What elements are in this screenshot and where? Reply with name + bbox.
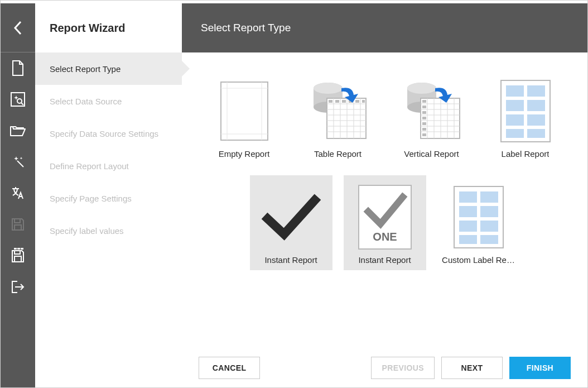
open-report-button[interactable] xyxy=(1,115,35,146)
step-label: Specify Page Settings xyxy=(50,194,132,203)
svg-rect-72 xyxy=(527,129,545,138)
report-type-custom-label[interactable]: Custom Label Re… xyxy=(437,175,520,270)
svg-rect-60 xyxy=(422,117,426,119)
svg-rect-77 xyxy=(480,191,498,203)
exit-icon xyxy=(11,280,25,294)
svg-rect-37 xyxy=(342,100,346,103)
svg-rect-65 xyxy=(506,85,524,97)
wizard-title: Report Wizard xyxy=(50,22,125,35)
exit-button[interactable] xyxy=(1,271,35,303)
folder-open-icon xyxy=(10,124,26,137)
save-button-disabled xyxy=(1,209,35,240)
vertical-report-icon xyxy=(402,79,462,143)
svg-rect-82 xyxy=(459,235,477,244)
cancel-button[interactable]: CANCEL xyxy=(199,357,260,379)
svg-rect-40 xyxy=(362,100,365,103)
chevron-left-icon xyxy=(13,21,22,35)
sparkle-search-icon xyxy=(11,92,25,107)
translate-icon xyxy=(11,186,25,200)
card-label: Custom Label Re… xyxy=(442,255,515,265)
step-specify-label-values: Specify label values xyxy=(35,214,182,247)
svg-rect-63 xyxy=(422,133,426,136)
svg-point-44 xyxy=(407,83,436,94)
step-specify-page-settings: Specify Page Settings xyxy=(35,182,182,214)
left-rail xyxy=(1,3,35,387)
svg-rect-71 xyxy=(506,129,524,138)
back-button[interactable] xyxy=(1,3,35,52)
svg-rect-79 xyxy=(480,206,498,217)
svg-rect-36 xyxy=(335,100,339,103)
svg-rect-8 xyxy=(15,251,20,254)
svg-rect-81 xyxy=(480,221,498,232)
wizard-sidebar: Report Wizard Select Report Type Select … xyxy=(35,3,182,387)
svg-rect-67 xyxy=(506,100,524,111)
svg-rect-57 xyxy=(422,100,426,103)
svg-rect-7 xyxy=(15,225,21,230)
design-wizard-button[interactable] xyxy=(1,146,35,178)
report-type-empty[interactable]: Empty Report xyxy=(203,69,286,164)
svg-point-22 xyxy=(314,83,343,94)
step-select-data-source: Select Data Source xyxy=(35,85,182,117)
card-label: Empty Report xyxy=(219,149,270,159)
step-label: Define Report Layout xyxy=(50,161,129,171)
svg-rect-12 xyxy=(21,248,23,250)
svg-rect-10 xyxy=(14,248,17,250)
svg-rect-83 xyxy=(480,235,498,244)
content-header: Select Report Type xyxy=(182,3,587,52)
check-icon xyxy=(261,185,321,250)
new-report-button[interactable] xyxy=(1,52,35,84)
report-type-instant-one[interactable]: ONE Instant Report xyxy=(344,175,426,270)
save-icon xyxy=(11,217,25,232)
page-icon xyxy=(11,60,25,76)
svg-rect-61 xyxy=(422,122,426,125)
save-as-button[interactable] xyxy=(1,240,35,271)
card-label: Instant Report xyxy=(264,255,317,265)
svg-text:ONE: ONE xyxy=(373,231,397,243)
svg-rect-39 xyxy=(355,100,359,103)
card-label: Vertical Report xyxy=(404,149,459,159)
wizard-footer: CANCEL PREVIOUS NEXT FINISH xyxy=(182,348,587,387)
step-label: Select Report Type xyxy=(50,64,121,74)
content-header-title: Select Report Type xyxy=(201,22,291,34)
svg-rect-76 xyxy=(459,191,477,203)
next-button[interactable]: NEXT xyxy=(441,357,503,379)
svg-rect-70 xyxy=(527,114,545,126)
svg-point-1 xyxy=(17,99,22,103)
custom-label-icon xyxy=(449,185,509,250)
svg-rect-59 xyxy=(422,111,426,114)
svg-rect-69 xyxy=(506,114,524,126)
label-report-icon xyxy=(495,79,556,143)
step-select-report-type[interactable]: Select Report Type xyxy=(35,52,182,85)
finish-button[interactable]: FINISH xyxy=(509,357,571,379)
svg-rect-68 xyxy=(527,100,545,111)
report-type-table[interactable]: Table Report xyxy=(297,69,379,164)
content-area: Select Report Type xyxy=(182,3,587,387)
table-report-icon xyxy=(308,79,368,143)
report-type-vertical[interactable]: Vertical Report xyxy=(391,69,473,164)
step-label: Specify Data Source Settings xyxy=(50,129,158,138)
localization-button[interactable] xyxy=(1,178,35,209)
svg-rect-35 xyxy=(329,100,332,103)
card-label: Label Report xyxy=(502,149,550,159)
svg-rect-6 xyxy=(15,219,20,223)
svg-rect-66 xyxy=(527,85,545,97)
card-label: Table Report xyxy=(314,149,362,159)
svg-line-3 xyxy=(17,161,23,167)
data-source-wizard-button[interactable] xyxy=(1,84,35,115)
svg-rect-78 xyxy=(459,206,477,217)
svg-line-2 xyxy=(21,103,23,105)
step-label: Select Data Source xyxy=(50,97,122,106)
svg-rect-9 xyxy=(15,256,21,262)
report-type-label[interactable]: Label Report xyxy=(484,69,567,164)
previous-button: PREVIOUS xyxy=(371,357,435,379)
step-label: Specify label values xyxy=(50,226,124,236)
svg-rect-80 xyxy=(459,221,477,232)
svg-rect-58 xyxy=(422,106,426,108)
wand-icon xyxy=(11,155,25,169)
card-label: Instant Report xyxy=(358,255,411,265)
step-define-report-layout: Define Report Layout xyxy=(35,150,182,182)
empty-report-icon xyxy=(214,79,274,143)
report-type-instant[interactable]: Instant Report xyxy=(250,175,332,270)
step-specify-data-source-settings: Specify Data Source Settings xyxy=(35,117,182,150)
check-one-icon: ONE xyxy=(355,185,415,250)
